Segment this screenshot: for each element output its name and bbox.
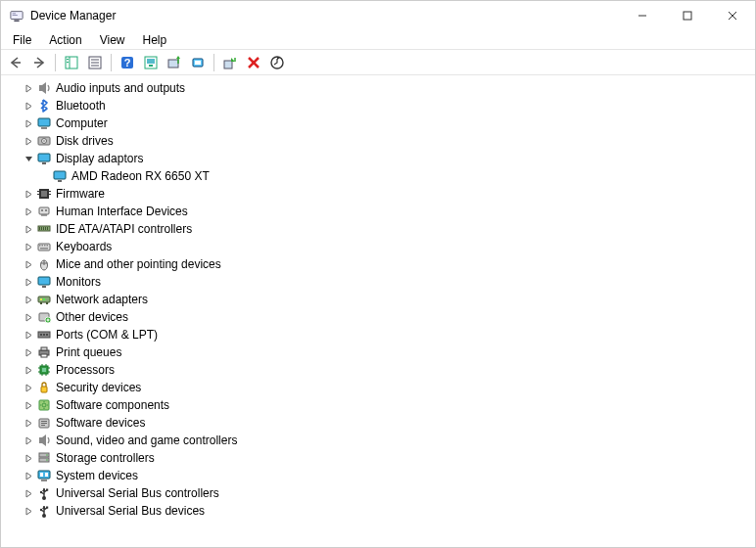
tree-item[interactable]: Bluetooth	[9, 97, 755, 114]
tree-item[interactable]: Universal Serial Bus devices	[9, 502, 755, 520]
tree-item-label: Monitors	[56, 275, 101, 289]
expand-icon[interactable]	[23, 294, 34, 305]
maximize-button[interactable]	[665, 1, 710, 30]
tree-item-label: Firmware	[56, 187, 105, 201]
tree-item[interactable]: AMD Radeon RX 6650 XT	[9, 167, 755, 185]
tree-item[interactable]: Disk drives	[9, 132, 755, 150]
svg-rect-104	[38, 471, 50, 479]
svg-rect-55	[45, 227, 46, 230]
collapse-icon[interactable]	[23, 153, 34, 164]
help-button[interactable]: ?	[117, 52, 138, 73]
expand-icon[interactable]	[23, 188, 34, 200]
tree-item[interactable]: System devices	[9, 467, 755, 484]
expand-icon[interactable]	[23, 206, 34, 217]
scan-hardware-button[interactable]	[140, 52, 162, 73]
tree-item[interactable]: Security devices	[9, 379, 755, 396]
expand-icon[interactable]	[23, 505, 34, 517]
svg-rect-61	[47, 245, 49, 247]
keyboard-icon	[36, 239, 52, 254]
tree-item[interactable]: Computer	[9, 114, 755, 132]
svg-rect-69	[40, 302, 42, 304]
tree-item[interactable]: Software devices	[9, 414, 755, 432]
tree-item-label: AMD Radeon RX 6650 XT	[71, 169, 210, 183]
tree-item[interactable]: Mice and other pointing devices	[9, 255, 755, 273]
expand-icon[interactable]	[23, 258, 34, 270]
expand-icon[interactable]	[23, 311, 34, 323]
tree-item-label: Universal Serial Bus controllers	[56, 486, 219, 500]
tree-item[interactable]: Processors	[9, 361, 755, 379]
expand-icon[interactable]	[23, 135, 34, 147]
usb-icon	[36, 503, 52, 519]
hid-icon	[36, 204, 52, 219]
svg-rect-70	[46, 302, 48, 304]
tree-item[interactable]: Firmware	[9, 185, 755, 203]
expand-icon[interactable]	[23, 329, 34, 341]
expand-icon[interactable]	[23, 382, 34, 393]
forward-button[interactable]	[28, 52, 50, 73]
svg-rect-45	[49, 191, 51, 192]
svg-point-49	[45, 209, 47, 211]
tree-item[interactable]: Software components	[9, 396, 755, 414]
cpu-icon	[36, 362, 52, 378]
storage-icon	[36, 450, 52, 466]
expand-icon[interactable]	[23, 470, 34, 481]
tree-item[interactable]: Display adaptors	[9, 150, 755, 167]
system-icon	[36, 468, 52, 483]
expand-icon[interactable]	[23, 276, 34, 288]
svg-rect-44	[37, 194, 39, 195]
menu-view[interactable]: View	[92, 31, 133, 49]
tree-item-label: Software components	[56, 398, 169, 412]
tree-item[interactable]: Keyboards	[9, 238, 755, 255]
expand-icon[interactable]	[23, 223, 34, 235]
svg-point-78	[46, 334, 48, 336]
uninstall-device-button[interactable]	[187, 52, 209, 73]
tree-item[interactable]: Storage controllers	[9, 449, 755, 467]
expand-icon[interactable]	[23, 100, 34, 112]
svg-rect-98	[41, 425, 45, 426]
expand-icon[interactable]	[23, 364, 34, 376]
svg-point-36	[43, 140, 45, 142]
menu-action[interactable]: Action	[41, 31, 89, 49]
tree-item[interactable]: Audio inputs and outputs	[9, 79, 755, 97]
disable-device-button[interactable]	[243, 52, 264, 73]
tree-item[interactable]: Other devices	[9, 308, 755, 326]
app-icon	[9, 8, 24, 23]
tree-item-label: Processors	[56, 363, 115, 377]
back-button[interactable]	[5, 52, 26, 73]
enable-device-button[interactable]	[219, 52, 241, 73]
svg-rect-1	[14, 20, 19, 22]
tree-item[interactable]: Monitors	[9, 273, 755, 291]
scan-for-changes-button[interactable]	[266, 52, 288, 73]
expand-icon[interactable]	[23, 117, 34, 129]
tree-item[interactable]: Human Interface Devices	[9, 203, 755, 220]
tree-item-label: Ports (COM & LPT)	[56, 328, 158, 342]
minimize-button[interactable]	[620, 1, 665, 30]
svg-rect-5	[684, 12, 691, 20]
update-driver-button[interactable]	[164, 52, 185, 73]
tree-item[interactable]: Universal Serial Bus controllers	[9, 484, 755, 502]
tree-item[interactable]: Network adapters	[9, 291, 755, 308]
show-hide-console-tree-button[interactable]	[61, 52, 82, 73]
tree-item[interactable]: Sound, video and game controllers	[9, 432, 755, 449]
expand-icon[interactable]	[23, 399, 34, 411]
expand-icon[interactable]	[23, 417, 34, 429]
svg-point-71	[40, 298, 42, 300]
device-tree[interactable]: Audio inputs and outputsBluetoothCompute…	[1, 75, 755, 547]
close-button[interactable]	[710, 1, 755, 30]
tree-item-label: Other devices	[56, 310, 128, 324]
tree-item[interactable]: Print queues	[9, 343, 755, 361]
expand-icon[interactable]	[23, 434, 34, 446]
expand-icon[interactable]	[23, 452, 34, 464]
expand-icon[interactable]	[23, 82, 34, 94]
menu-help[interactable]: Help	[135, 31, 175, 49]
expand-icon[interactable]	[23, 487, 34, 499]
expand-icon[interactable]	[23, 346, 34, 358]
properties-button[interactable]	[84, 52, 106, 73]
firmware-icon	[36, 186, 52, 202]
tree-item[interactable]: IDE ATA/ATAPI controllers	[9, 220, 755, 238]
expand-icon[interactable]	[23, 241, 34, 252]
svg-rect-62	[40, 248, 48, 250]
menu-file[interactable]: File	[5, 31, 39, 49]
tree-item[interactable]: Ports (COM & LPT)	[9, 326, 755, 343]
svg-point-72	[43, 298, 45, 300]
